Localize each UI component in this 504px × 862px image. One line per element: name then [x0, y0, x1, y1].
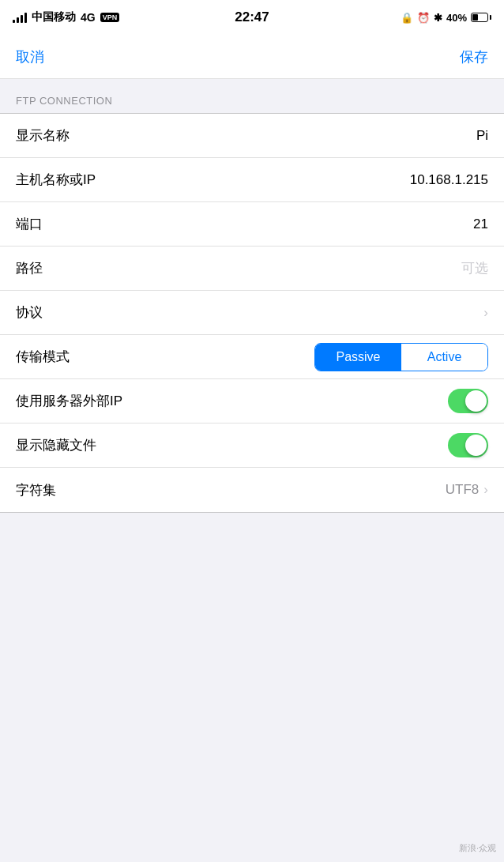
port-row[interactable]: 端口 21 [0, 202, 504, 247]
use-external-ip-row[interactable]: 使用服务器外部IP [0, 379, 504, 423]
path-row[interactable]: 路径 可选 [0, 247, 504, 291]
chevron-icon: › [483, 482, 488, 498]
passive-button[interactable]: Passive [315, 344, 401, 371]
active-button[interactable]: Active [401, 344, 487, 371]
path-label: 路径 [16, 259, 43, 277]
transfer-mode-segmented[interactable]: Passive Active [314, 343, 488, 371]
navigation-bar: 取消 保存 [0, 35, 504, 79]
status-bar: 中国移动 4G VPN 22:47 🔒 ⏰ ✱ 40% [0, 0, 504, 35]
hostname-row[interactable]: 主机名称或IP 10.168.1.215 [0, 158, 504, 202]
protocol-value[interactable]: › [52, 305, 488, 321]
hostname-label: 主机名称或IP [16, 171, 96, 189]
charset-text: UTF8 [446, 482, 480, 498]
bluetooth-icon: ✱ [434, 12, 442, 24]
transfer-mode-label: 传输模式 [16, 348, 70, 366]
path-value[interactable]: 可选 [52, 259, 488, 277]
show-hidden-row[interactable]: 显示隐藏文件 [0, 423, 504, 468]
status-right: 🔒 ⏰ ✱ 40% [401, 12, 491, 24]
use-external-ip-slider [448, 389, 488, 413]
transfer-mode-row[interactable]: 传输模式 Passive Active [0, 335, 504, 379]
protocol-label: 协议 [16, 303, 43, 322]
show-hidden-toggle[interactable] [448, 433, 488, 457]
port-label: 端口 [16, 215, 43, 233]
port-value[interactable]: 21 [52, 216, 488, 232]
network-label: 4G [81, 11, 96, 24]
vpn-badge: VPN [100, 13, 120, 22]
alarm-icon: ⏰ [417, 12, 430, 24]
use-external-ip-label: 使用服务器外部IP [16, 392, 122, 410]
display-name-row[interactable]: 显示名称 Pi [0, 114, 504, 158]
cancel-button[interactable]: 取消 [16, 47, 44, 66]
hostname-value[interactable]: 10.168.1.215 [105, 172, 488, 188]
save-button[interactable]: 保存 [460, 47, 488, 66]
use-external-ip-toggle[interactable] [448, 389, 488, 413]
display-name-value[interactable]: Pi [79, 128, 488, 144]
show-hidden-label: 显示隐藏文件 [16, 436, 96, 454]
time-label: 22:47 [235, 9, 269, 25]
show-hidden-slider [448, 433, 488, 457]
section-header: FTP CONNECTION [0, 79, 504, 113]
lock-icon: 🔒 [401, 12, 413, 24]
carrier-label: 中国移动 [32, 10, 76, 24]
charset-value[interactable]: UTF8 › [66, 482, 488, 498]
status-left: 中国移动 4G VPN [13, 10, 119, 24]
form-section: 显示名称 Pi 主机名称或IP 10.168.1.215 端口 21 路径 可选… [0, 113, 504, 513]
charset-row[interactable]: 字符集 UTF8 › [0, 468, 504, 512]
watermark: 新浪·众观 [459, 842, 496, 854]
chevron-icon: › [483, 305, 488, 321]
battery-icon [471, 13, 491, 22]
protocol-row[interactable]: 协议 › [0, 291, 504, 335]
display-name-label: 显示名称 [16, 126, 70, 145]
charset-label: 字符集 [16, 481, 56, 499]
signal-bars-icon [13, 12, 27, 23]
battery-percentage: 40% [446, 12, 467, 24]
